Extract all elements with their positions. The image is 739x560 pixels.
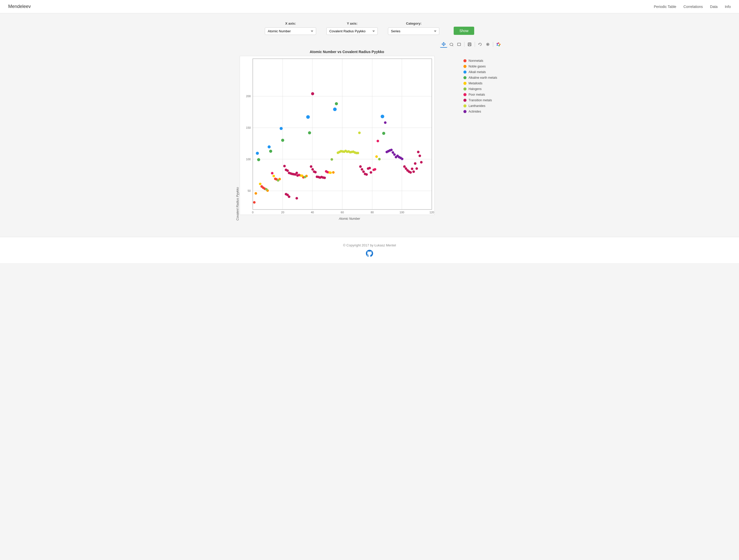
svg-text:200: 200 (246, 95, 251, 98)
data-point (370, 171, 372, 174)
scatter-plot[interactable]: .grid { stroke: #e0e0e0; stroke-width: 1… (240, 56, 435, 215)
legend-dot-poor-metals (463, 93, 466, 96)
data-point (269, 150, 272, 153)
legend-label-lanthanides: Lanthanides (468, 104, 485, 108)
y-axis-control: Y axis: Covalent Radius Pyykko Atomic Ra… (326, 21, 378, 35)
data-point (273, 175, 275, 177)
data-point (283, 165, 286, 167)
reset-button[interactable] (476, 41, 484, 47)
data-point (296, 172, 298, 174)
legend-dot-metalloids (463, 82, 466, 85)
data-point (419, 155, 421, 157)
data-point (365, 173, 368, 176)
legend-item-nonmetals: Nonmetals (463, 59, 504, 62)
legend-item-halogens: Halogens (463, 87, 504, 91)
legend-item-transition-metals: Transition metals (463, 99, 504, 102)
legend-label-alkali-metals: Alkali metals (468, 70, 486, 74)
nav-data[interactable]: Data (710, 5, 718, 9)
data-point (333, 108, 337, 111)
svg-text:120: 120 (430, 211, 434, 214)
hover-button[interactable] (484, 41, 491, 47)
chart-title: Atomic Number vs Covalent Radius Pyykko (235, 50, 459, 54)
x-axis-control: X axis: Atomic Number Atomic Mass Electr… (265, 21, 316, 35)
data-point (361, 168, 363, 171)
box-select-button[interactable] (455, 41, 463, 47)
app-logo: Mendeleev (8, 4, 31, 9)
data-point (401, 158, 403, 160)
category-select[interactable]: Series Period Group (388, 27, 439, 35)
data-point (377, 140, 379, 142)
svg-text:50: 50 (248, 189, 251, 192)
legend-item-actinides: Actinides (463, 110, 504, 113)
data-point (259, 183, 262, 185)
save-button[interactable] (466, 41, 473, 47)
legend-item-alkaline-earth-metals: Alkaline earth metals (463, 76, 504, 79)
chart-legend: Nonmetals Noble gases Alkali metals Alka… (463, 50, 504, 220)
svg-point-12 (498, 45, 500, 46)
legend-label-noble-gases: Noble gases (468, 65, 486, 68)
chart-wrapper: Atomic Number vs Covalent Radius Pyykko … (235, 50, 459, 220)
legend-dot-alkali-metals (463, 70, 466, 73)
data-point (326, 171, 329, 174)
data-point (381, 115, 384, 118)
data-point (277, 179, 279, 182)
svg-point-9 (487, 44, 488, 45)
footer: © Copyright 2017 by Łukasz Mentel (0, 237, 739, 263)
data-point (311, 92, 314, 96)
legend-dot-actinides (463, 110, 466, 113)
lasso-tool-button[interactable] (448, 41, 455, 47)
chart-plot-area: .grid { stroke: #e0e0e0; stroke-width: 1… (240, 56, 459, 220)
data-point (310, 165, 312, 168)
y-axis-label: Covalent Radius Pyykko (235, 56, 240, 220)
pan-tool-button[interactable] (440, 41, 447, 48)
legend-dot-nonmetals (463, 59, 466, 62)
github-icon[interactable] (366, 250, 373, 257)
data-point (301, 175, 303, 177)
data-point (392, 151, 394, 154)
bokeh-logo-button[interactable] (495, 41, 502, 48)
header: Mendeleev Periodic Table Correlations Da… (0, 0, 739, 13)
data-point (411, 168, 413, 170)
data-point (378, 158, 381, 161)
svg-text:60: 60 (341, 211, 344, 214)
svg-line-3 (452, 45, 453, 46)
data-point (417, 151, 420, 153)
data-point (311, 168, 314, 171)
nav-correlations[interactable]: Correlations (684, 5, 703, 9)
data-point (412, 171, 415, 173)
svg-rect-6 (469, 43, 470, 44)
data-point (403, 165, 406, 168)
data-point (332, 171, 335, 174)
x-axis-select[interactable]: Atomic Number Atomic Mass Electronegativ… (265, 27, 316, 35)
legend-dot-lanthanides (463, 105, 466, 108)
data-point (255, 192, 257, 195)
data-point (374, 168, 377, 171)
svg-point-10 (498, 42, 499, 44)
data-point (288, 195, 290, 198)
nav-info[interactable]: Info (725, 5, 731, 9)
svg-text:0: 0 (252, 211, 254, 214)
data-point (335, 102, 338, 105)
data-point (362, 171, 365, 173)
show-button[interactable]: Show (454, 27, 474, 35)
data-point (256, 152, 259, 155)
nav-periodic-table[interactable]: Periodic Table (654, 5, 677, 9)
chart-area: Atomic Number vs Covalent Radius Pyykko … (235, 50, 504, 220)
data-point (257, 158, 260, 161)
data-point (415, 167, 418, 170)
controls-row: X axis: Atomic Number Atomic Mass Electr… (235, 21, 504, 35)
svg-text:100: 100 (246, 158, 251, 161)
data-point (253, 201, 256, 204)
legend-item-noble-gases: Noble gases (463, 65, 504, 68)
category-label: Category: (406, 21, 422, 25)
toolbar-separator-1 (464, 42, 464, 47)
y-axis-select[interactable]: Covalent Radius Pyykko Atomic Radius Ele… (326, 27, 378, 35)
toolbar-separator-2 (475, 42, 475, 47)
toolbar-separator-3 (493, 42, 493, 47)
data-point (357, 152, 359, 154)
legend-dot-alkaline-earth-metals (463, 76, 466, 79)
svg-point-14 (497, 43, 498, 44)
data-point (409, 171, 412, 174)
data-point (281, 139, 284, 142)
legend-dot-halogens (463, 87, 466, 90)
